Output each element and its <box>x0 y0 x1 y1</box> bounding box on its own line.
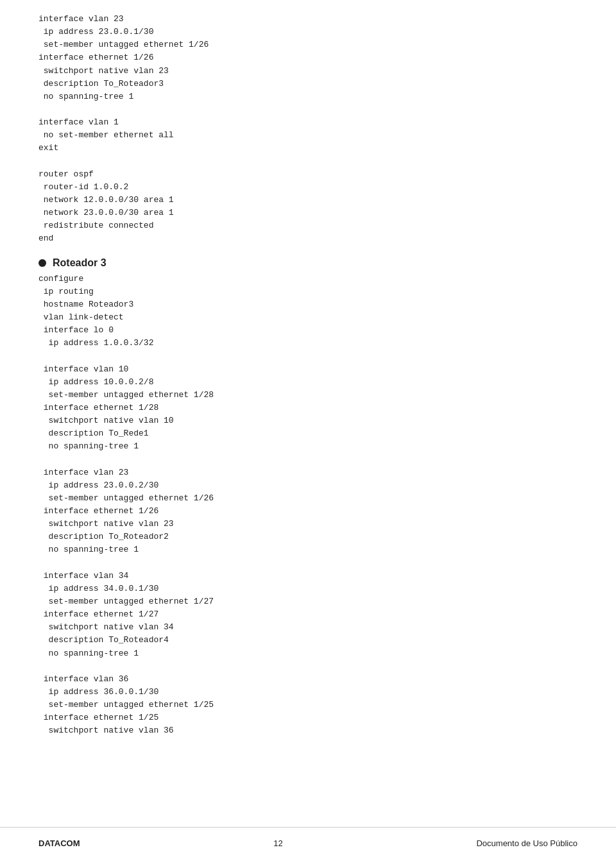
bullet-icon <box>38 259 46 267</box>
footer-classification: Documento de Uso Público <box>476 838 578 848</box>
footer: DATACOM 12 Documento de Uso Público <box>0 827 616 859</box>
footer-brand: DATACOM <box>38 838 80 848</box>
section-title: Roteador 3 <box>53 257 107 269</box>
section-header-roteador3: Roteador 3 <box>38 257 578 269</box>
section-code-block: configure ip routing hostname Roteador3 … <box>38 273 578 738</box>
main-content: interface vlan 23 ip address 23.0.0.1/30… <box>0 0 616 789</box>
top-code-block: interface vlan 23 ip address 23.0.0.1/30… <box>38 13 578 246</box>
footer-page-number: 12 <box>273 838 282 848</box>
